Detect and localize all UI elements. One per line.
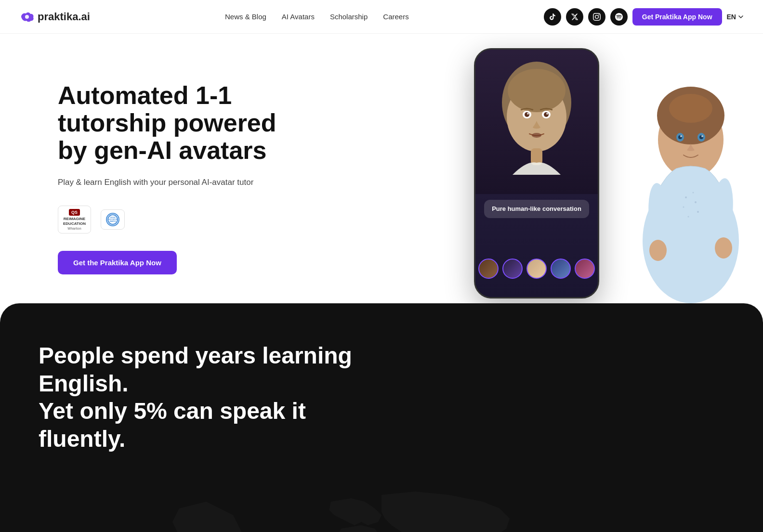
- phone-avatar-display: [475, 50, 598, 194]
- svg-point-23: [693, 192, 694, 194]
- svg-point-19: [649, 240, 667, 261]
- qs-award-badge: QS REIMAGINEEDUCATION Wharton: [58, 206, 91, 234]
- svg-point-26: [688, 216, 689, 218]
- hero-cta-button[interactable]: Get the Praktika App Now: [58, 251, 177, 274]
- hero-section: Automated 1-1 tutorship powered by gen-A…: [0, 34, 763, 303]
- hero-subtitle: Play & learn English with your personal …: [58, 176, 299, 189]
- nav-links: News & Blog AI Avatars Scholarship Caree…: [225, 13, 409, 21]
- ai-woman-avatar: [618, 34, 763, 303]
- svg-point-36: [532, 133, 541, 138]
- instagram-icon[interactable]: [588, 8, 605, 26]
- svg-point-0: [25, 15, 29, 19]
- svg-point-33: [544, 112, 549, 117]
- svg-point-22: [695, 201, 697, 203]
- avatar-4[interactable]: [551, 259, 571, 279]
- svg-point-24: [683, 207, 684, 208]
- svg-point-35: [546, 113, 548, 115]
- svg-point-16: [701, 135, 703, 137]
- phone-screen: Pure human-like conversation: [475, 50, 598, 297]
- nav-news-blog[interactable]: News & Blog: [225, 13, 266, 21]
- logo[interactable]: praktika.ai: [19, 11, 90, 23]
- avatar-1[interactable]: [478, 259, 499, 279]
- svg-point-32: [525, 112, 529, 117]
- nav-scholarship[interactable]: Scholarship: [330, 13, 368, 21]
- navbar: praktika.ai News & Blog AI Avatars Schol…: [0, 0, 763, 34]
- hero-title: Automated 1-1 tutorship powered by gen-A…: [58, 82, 299, 165]
- avatar-selection-row: [474, 255, 599, 283]
- svg-point-25: [697, 211, 699, 213]
- svg-text:AWARDS: AWARDS: [109, 221, 116, 222]
- hero-visuals: Pure human-like conversation: [445, 34, 763, 303]
- svg-point-34: [527, 113, 529, 115]
- svg-point-20: [715, 237, 732, 259]
- phone-mockup: Pure human-like conversation: [474, 48, 599, 298]
- hero-content: Automated 1-1 tutorship powered by gen-A…: [58, 63, 299, 274]
- phone-speech-bubble: Pure human-like conversation: [484, 200, 589, 218]
- spotify-icon[interactable]: [610, 8, 628, 26]
- language-selector[interactable]: EN: [727, 13, 744, 21]
- dark-section-title: People spend years learning English. Yet…: [39, 342, 376, 453]
- gess-circle: GESS EDUCATION AWARDS: [106, 213, 119, 226]
- twitter-x-icon[interactable]: [566, 8, 583, 26]
- tiktok-icon[interactable]: [544, 8, 561, 26]
- nav-careers[interactable]: Careers: [383, 13, 408, 21]
- svg-point-29: [508, 69, 566, 112]
- get-app-button[interactable]: Get Praktika App Now: [632, 8, 722, 26]
- svg-point-21: [685, 196, 687, 198]
- avatar-3[interactable]: [526, 259, 547, 279]
- world-map: [39, 481, 724, 532]
- nav-right: Get Praktika App Now EN: [544, 8, 744, 26]
- avatar-2[interactable]: [502, 259, 523, 279]
- avatar-5[interactable]: [575, 259, 595, 279]
- gess-award-badge: GESS EDUCATION AWARDS: [101, 209, 125, 230]
- svg-point-15: [680, 135, 682, 137]
- world-map-area: [39, 481, 724, 532]
- svg-point-10: [669, 94, 712, 123]
- awards-row: QS REIMAGINEEDUCATION Wharton GESS EDUCA…: [58, 206, 299, 234]
- nav-ai-avatars[interactable]: AI Avatars: [282, 13, 315, 21]
- dark-section: People spend years learning English. Yet…: [0, 303, 763, 532]
